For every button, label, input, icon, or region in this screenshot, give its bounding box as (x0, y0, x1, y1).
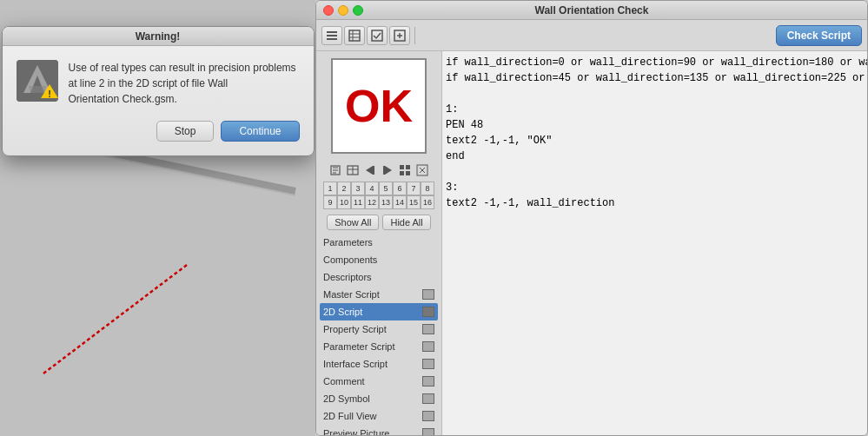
code-line-5: PEN 48 (446, 117, 864, 133)
num-10[interactable]: 10 (337, 195, 351, 209)
code-line-9: 3: (446, 180, 864, 195)
svg-marker-28 (385, 166, 392, 175)
number-row-2: 9 10 11 12 13 14 15 16 (323, 195, 434, 209)
title-bar: Wall Orientation Check (316, 1, 867, 20)
script-item-interface[interactable]: Interface Script (320, 355, 438, 373)
code-editor[interactable]: if wall_direction=0 or wall_direction=90… (442, 51, 867, 435)
num-2[interactable]: 2 (337, 182, 351, 195)
svg-rect-39 (423, 325, 434, 334)
property-script-icon (422, 324, 434, 334)
script-item-2d-symbol[interactable]: 2D Symbol (320, 390, 438, 407)
code-line-6: text2 -1,-1, "OK" (446, 133, 864, 149)
show-all-button[interactable]: Show All (327, 215, 379, 230)
num-8[interactable]: 8 (421, 182, 434, 195)
traffic-lights (323, 5, 363, 16)
dialog-overlay: Warning! ! Use of re (0, 0, 315, 436)
svg-rect-8 (327, 31, 337, 33)
code-line-2: if wall_direction=45 or wall_direction=1… (446, 70, 864, 86)
num-15[interactable]: 15 (407, 195, 421, 209)
toolbar-separator (414, 27, 415, 44)
main-window: Wall Orientation Check Check Script OK (315, 0, 868, 436)
content-area: OK (316, 51, 867, 435)
num-6[interactable]: 6 (393, 182, 407, 195)
svg-marker-5 (29, 86, 46, 93)
left-panel: OK (316, 51, 442, 435)
list-icon[interactable] (345, 162, 361, 178)
master-script-icon (422, 289, 434, 300)
svg-rect-29 (383, 166, 385, 175)
warning-dialog: Warning! ! Use of re (2, 26, 315, 156)
num-7[interactable]: 7 (407, 182, 421, 195)
maximize-button[interactable] (353, 5, 363, 16)
number-row-1: 1 2 3 4 5 6 7 8 (323, 182, 434, 195)
svg-rect-31 (406, 165, 410, 169)
grid-icon[interactable] (397, 162, 413, 178)
svg-rect-33 (406, 171, 410, 175)
preview-picture-icon (422, 428, 434, 435)
num-9[interactable]: 9 (323, 195, 337, 209)
num-1[interactable]: 1 (323, 182, 337, 195)
show-hide-row: Show All Hide All (316, 211, 441, 234)
toolbar-icon-2[interactable] (344, 26, 365, 45)
script-item-descriptors[interactable]: Descriptors (320, 268, 438, 286)
continue-button[interactable]: Continue (221, 121, 299, 142)
interface-script-icon (422, 359, 434, 369)
toolbar-icon-1[interactable] (321, 26, 342, 45)
toolbar-icon-3[interactable] (367, 26, 388, 45)
warning-icon: ! (17, 60, 58, 102)
script-item-master[interactable]: Master Script (320, 286, 438, 303)
code-line-7: end (446, 149, 864, 164)
number-grid: 1 2 3 4 5 6 7 8 9 10 11 12 13 14 15 (316, 180, 441, 211)
dialog-body: ! Use of real types can result in precis… (3, 46, 314, 121)
more-icon[interactable] (414, 162, 430, 178)
dialog-buttons: Stop Continue (3, 121, 314, 155)
pencil-icon[interactable] (328, 162, 343, 178)
2d-script-icon (422, 307, 434, 317)
svg-rect-41 (423, 360, 434, 368)
code-line-8 (446, 164, 864, 180)
script-item-parameters[interactable]: Parameters (320, 234, 438, 251)
hide-all-button[interactable]: Hide All (382, 215, 430, 230)
script-item-2d[interactable]: 2D Script (320, 303, 438, 320)
script-item-preview[interactable]: Preview Picture (320, 425, 438, 435)
svg-rect-43 (423, 394, 434, 403)
stop-button[interactable]: Stop (156, 121, 215, 142)
num-3[interactable]: 3 (351, 182, 365, 195)
check-script-button[interactable]: Check Script (776, 25, 862, 46)
num-5[interactable]: 5 (379, 182, 393, 195)
num-12[interactable]: 12 (365, 195, 379, 209)
svg-rect-42 (423, 377, 434, 386)
svg-rect-45 (423, 429, 434, 435)
toolbar-icon-4[interactable] (389, 26, 410, 45)
script-item-comment[interactable]: Comment (320, 373, 438, 390)
num-4[interactable]: 4 (365, 182, 379, 195)
code-line-4: 1: (446, 102, 864, 117)
2d-symbol-icon (422, 393, 434, 404)
script-item-components[interactable]: Components (320, 251, 438, 268)
window-title: Wall Orientation Check (535, 4, 649, 17)
svg-marker-26 (366, 166, 373, 175)
script-item-parameter[interactable]: Parameter Script (320, 338, 438, 355)
dialog-title-bar: Warning! (3, 27, 314, 46)
svg-text:!: ! (48, 89, 51, 99)
arrow2-icon[interactable] (380, 162, 395, 178)
num-14[interactable]: 14 (393, 195, 407, 209)
num-13[interactable]: 13 (379, 195, 393, 209)
code-line-1: if wall_direction=0 or wall_direction=90… (446, 55, 864, 70)
script-item-property[interactable]: Property Script (320, 320, 438, 338)
close-button[interactable] (323, 5, 334, 16)
script-item-2d-full[interactable]: 2D Full View (320, 407, 438, 425)
num-11[interactable]: 11 (351, 195, 365, 209)
icon-row (316, 161, 441, 180)
svg-rect-30 (400, 165, 404, 169)
svg-rect-44 (423, 412, 434, 420)
minimize-button[interactable] (338, 5, 348, 16)
ok-preview-text: OK (345, 80, 413, 132)
num-16[interactable]: 16 (421, 195, 434, 209)
script-list: Parameters Components Descriptors Master… (316, 234, 441, 435)
2d-full-icon (422, 411, 434, 421)
toolbar: Check Script (316, 20, 867, 51)
code-line-3 (446, 86, 864, 102)
comment-icon (422, 376, 434, 386)
arrow-icon[interactable] (362, 162, 378, 178)
